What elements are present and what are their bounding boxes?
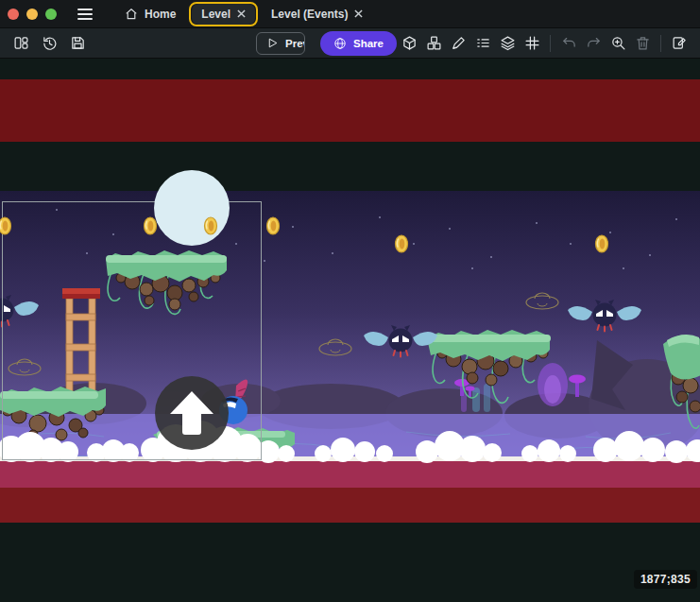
moon[interactable] [154,170,230,246]
list-icon [475,35,491,51]
edit-button[interactable] [446,32,470,55]
cube-icon [401,35,418,51]
tab-level-events-label: Level (Events) [271,8,348,21]
macos-zoom-button[interactable] [45,9,57,20]
preview-label: Preview [285,38,305,49]
grid-icon [524,35,540,51]
coin[interactable] [0,217,11,234]
app-window: Home Level Level (Events) [0,0,700,602]
scene-canvas [0,59,700,602]
preview-split-button: Preview [256,32,305,55]
panels-icon [13,35,29,51]
globe-icon [333,37,347,50]
ceiling-ground-platform[interactable] [0,79,700,142]
tab-level-events[interactable]: Level (Events) [262,4,372,25]
undo-button[interactable] [556,32,581,55]
layers-button[interactable] [495,32,520,55]
scene-properties-button[interactable] [667,32,691,55]
instances-list-button[interactable] [470,32,495,55]
window-controls [8,9,57,20]
coin[interactable] [205,217,217,234]
history-button[interactable] [37,32,61,55]
close-icon[interactable] [237,9,246,18]
play-icon [266,37,279,49]
delete-button[interactable] [630,32,655,55]
tab-level-highlight: Level [189,2,258,26]
ground-dark-red-band[interactable] [0,488,700,523]
tab-level-label: Level [201,8,230,21]
toolbar: Preview Share [0,28,700,59]
share-button[interactable]: Share [320,31,397,56]
trash-icon [635,35,651,51]
redo-icon [586,35,602,51]
tab-home[interactable]: Home [115,4,185,25]
toolbar-right-group [397,32,691,55]
toolbar-divider [660,35,661,52]
toolbar-divider [550,35,551,52]
scene-editor-canvas[interactable]: 1877;835 [0,59,700,602]
macos-close-button[interactable] [8,9,19,20]
preview-button[interactable]: Preview [257,33,305,54]
pencil-icon [451,35,467,51]
layers-icon [500,35,516,51]
save-icon [70,35,86,51]
close-icon[interactable] [354,9,363,18]
cubes-group-icon [426,35,442,51]
tab-level[interactable]: Level [192,4,255,25]
undo-icon [561,35,577,51]
zoom-in-icon [610,35,626,51]
save-button[interactable] [65,32,90,55]
history-clock-icon [42,35,58,51]
grid-button[interactable] [520,32,544,55]
touch-arrow-button[interactable] [155,376,229,450]
zoom-button[interactable] [606,32,630,55]
home-icon [125,8,138,21]
toolbar-left-group [9,32,90,55]
object-groups-button[interactable] [421,32,446,55]
titlebar: Home Level Level (Events) [0,0,700,28]
macos-minimize-button[interactable] [26,9,38,20]
ground-magenta-band[interactable] [0,461,700,488]
coin[interactable] [396,235,408,252]
tab-home-label: Home [145,8,176,21]
redo-button[interactable] [581,32,606,55]
cursor-coordinates: 1877;835 [634,570,697,589]
open-editors-panel-button[interactable] [9,32,33,55]
coin[interactable] [596,235,608,252]
share-label: Share [353,38,384,49]
main-menu-icon[interactable] [77,9,93,20]
add-object-button[interactable] [397,32,421,55]
coin[interactable] [145,217,157,234]
edit-note-icon [672,35,688,51]
coin[interactable] [267,217,280,234]
